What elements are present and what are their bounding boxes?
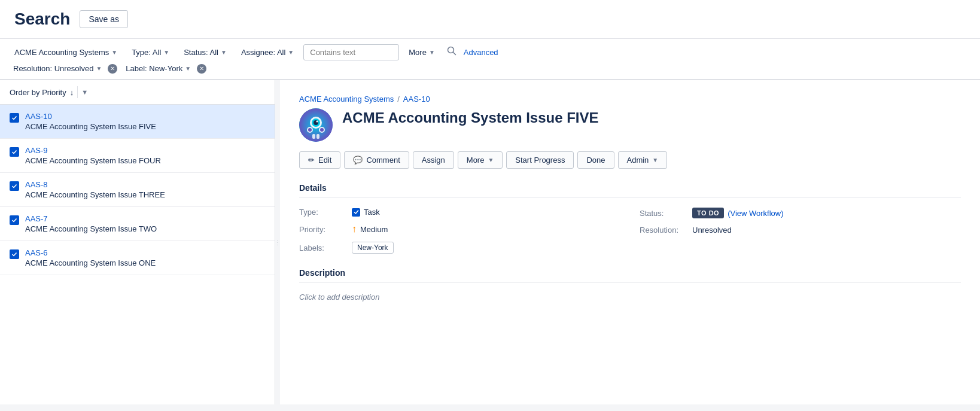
edit-button[interactable]: ✏ Edit <box>299 151 340 169</box>
chevron-down-icon: ▼ <box>185 65 191 72</box>
comment-button[interactable]: 💬 Comment <box>344 151 409 169</box>
status-filter[interactable]: Status: All ▼ <box>179 45 232 59</box>
list-item[interactable]: AAS-7 ACME Accounting System Issue TWO <box>0 207 275 241</box>
description-section-title: Description <box>299 268 961 283</box>
contains-text-input[interactable] <box>303 44 399 60</box>
details-section-title: Details <box>299 183 961 198</box>
chevron-down-icon: ▼ <box>221 49 227 56</box>
breadcrumb: ACME Accounting Systems / AAS-10 <box>299 95 961 103</box>
issue-title: ACME Accounting System Issue THREE <box>25 190 265 199</box>
assignee-filter[interactable]: Assignee: All ▼ <box>236 45 299 59</box>
search-icon-button[interactable] <box>445 44 459 60</box>
issue-checkbox <box>10 249 19 259</box>
resolution-chip-button[interactable]: Resolution: Unresolved ▼ <box>10 63 105 74</box>
resolution-chip: Resolution: Unresolved ▼ ✕ <box>10 63 117 74</box>
filter-row-1: ACME Accounting Systems ▼ Type: All ▼ St… <box>10 44 970 60</box>
list-item[interactable]: AAS-8 ACME Accounting System Issue THREE <box>0 173 275 207</box>
assign-button[interactable]: Assign <box>413 151 454 169</box>
order-bar: Order by Priority ↓ ▼ <box>0 80 275 105</box>
chevron-down-icon: ▼ <box>163 49 169 56</box>
chevron-down-icon: ▼ <box>96 65 102 72</box>
filter-row-2: Resolution: Unresolved ▼ ✕ Label: New-Yo… <box>10 63 970 74</box>
resolution-chip-close[interactable]: ✕ <box>108 64 117 74</box>
label-tag: New-York <box>352 242 394 254</box>
view-workflow-link[interactable]: (View Workflow) <box>728 209 783 218</box>
advanced-filter-button[interactable]: Advanced <box>464 48 498 57</box>
start-progress-button[interactable]: Start Progress <box>506 151 574 169</box>
issue-checkbox <box>10 113 19 123</box>
resize-handle[interactable]: ⋮ <box>275 80 280 404</box>
svg-point-9 <box>308 128 312 132</box>
avatar <box>299 108 333 142</box>
sort-down-icon: ↓ <box>70 88 74 97</box>
task-checkbox-icon <box>352 208 360 217</box>
status-row: Status: TO DO (View Workflow) <box>640 208 961 218</box>
resolution-value: Unresolved <box>692 226 732 235</box>
svg-line-1 <box>453 53 455 55</box>
issue-title: ACME Accounting System Issue TWO <box>25 224 265 233</box>
status-value: TO DO (View Workflow) <box>692 208 784 218</box>
chevron-down-icon: ▼ <box>111 49 117 56</box>
issue-id: AAS-8 <box>25 180 265 189</box>
issue-id: AAS-10 <box>25 112 265 121</box>
chevron-down-icon: ▼ <box>488 157 494 163</box>
issue-title: ACME Accounting System Issue FIVE <box>25 122 265 131</box>
details-right: Status: TO DO (View Workflow) Resolution… <box>640 208 961 254</box>
list-item[interactable]: AAS-6 ACME Accounting System Issue ONE <box>0 241 275 275</box>
more-button[interactable]: More ▼ <box>458 151 503 169</box>
labels-row: Labels: New-York <box>299 242 620 254</box>
svg-point-10 <box>320 128 324 132</box>
priority-up-icon: ↑ <box>352 224 357 235</box>
list-item[interactable]: AAS-10 ACME Accounting System Issue FIVE <box>0 105 275 139</box>
svg-rect-12 <box>316 134 319 139</box>
right-panel: ACME Accounting Systems / AAS-10 <box>280 80 980 404</box>
save-as-button[interactable]: Save as <box>80 10 128 28</box>
divider <box>77 86 78 98</box>
svg-rect-11 <box>312 134 315 139</box>
chevron-down-icon: ▼ <box>81 89 88 96</box>
chevron-down-icon: ▼ <box>288 49 294 56</box>
status-badge: TO DO <box>692 208 724 218</box>
issue-id: AAS-7 <box>25 214 265 223</box>
issue-main-title: ACME Accounting System Issue FIVE <box>342 108 599 127</box>
priority-value: ↑ Medium <box>352 224 388 235</box>
page-title: Search <box>14 10 70 29</box>
description-placeholder[interactable]: Click to add description <box>299 293 961 302</box>
type-value: Task <box>352 208 380 217</box>
label-chip-close[interactable]: ✕ <box>197 64 206 74</box>
issue-title: ACME Accounting System Issue FOUR <box>25 156 265 165</box>
action-bar: ✏ Edit 💬 Comment Assign More ▼ Start Pro… <box>299 151 961 169</box>
type-row: Type: Task <box>299 208 620 217</box>
chevron-down-icon: ▼ <box>652 157 658 163</box>
label-chip-button[interactable]: Label: New-York ▼ <box>122 63 194 74</box>
breadcrumb-issue[interactable]: AAS-10 <box>403 95 430 103</box>
details-left: Type: Task Priority: ↑ Medium <box>299 208 620 254</box>
issue-id: AAS-9 <box>25 146 265 155</box>
admin-button[interactable]: Admin ▼ <box>618 151 668 169</box>
issue-checkbox <box>10 181 19 191</box>
issue-checkbox <box>10 215 19 225</box>
comment-icon: 💬 <box>353 156 363 165</box>
filter-bar: ACME Accounting Systems ▼ Type: All ▼ St… <box>0 39 980 80</box>
chevron-down-icon: ▼ <box>429 49 435 56</box>
list-item[interactable]: AAS-9 ACME Accounting System Issue FOUR <box>0 139 275 173</box>
labels-value: New-York <box>352 242 394 254</box>
breadcrumb-project[interactable]: ACME Accounting Systems <box>299 95 394 103</box>
description-section: Description Click to add description <box>299 268 961 302</box>
resolution-row: Resolution: Unresolved <box>640 226 961 235</box>
svg-point-6 <box>316 121 318 123</box>
left-panel: Order by Priority ↓ ▼ AAS-10 ACME Accoun… <box>0 80 275 404</box>
project-filter[interactable]: ACME Accounting Systems ▼ <box>10 45 122 59</box>
more-filter[interactable]: More ▼ <box>404 45 440 59</box>
issue-checkbox <box>10 147 19 157</box>
issue-id: AAS-6 <box>25 248 265 257</box>
issue-header: ACME Accounting System Issue FIVE <box>299 108 961 142</box>
label-chip: Label: New-York ▼ ✕ <box>122 63 206 74</box>
type-filter[interactable]: Type: All ▼ <box>127 45 174 59</box>
details-grid: Type: Task Priority: ↑ Medium <box>299 208 961 254</box>
breadcrumb-separator: / <box>397 95 400 103</box>
done-button[interactable]: Done <box>577 151 614 169</box>
issue-title: ACME Accounting System Issue ONE <box>25 258 265 267</box>
main-layout: Order by Priority ↓ ▼ AAS-10 ACME Accoun… <box>0 80 980 404</box>
page-header: Search Save as <box>0 0 980 39</box>
